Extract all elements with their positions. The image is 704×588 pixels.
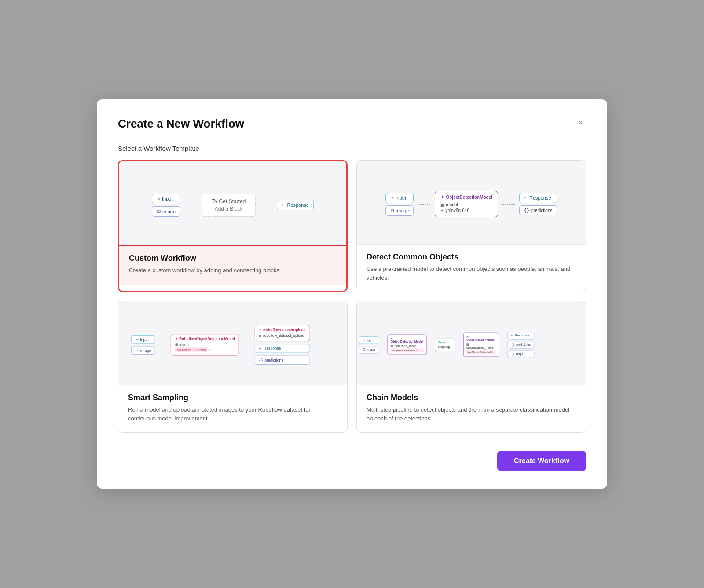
smart-input-group: ⇥ Input 🖼 image <box>131 335 155 355</box>
detect-image-icon: 🖼 <box>390 208 394 213</box>
detect-response-group: ⇤ Response {} predictions <box>519 193 557 215</box>
chain-star-icon1: ✦ <box>391 337 393 340</box>
response-icon: ⇤ <box>282 203 285 207</box>
detect-diagram: ⇥ Input 🖼 image ✦ Ob <box>385 191 557 217</box>
chain-image-node: 🖼 image <box>359 346 379 353</box>
object-detection-block: ✦ ObjectDetectionModel ▦ model ✦ yolov8n… <box>435 191 498 217</box>
crop-title: Crop <box>438 340 452 344</box>
card-info-chain: Chain Models Multi-step pipeline to dete… <box>357 385 586 432</box>
template-card-chain[interactable]: ⇥ Input 🖼 image ✦ Ob <box>356 301 586 433</box>
no-model-row: No Model Selected ✎ <box>175 347 235 352</box>
card-name-detect: Detect Common Objects <box>367 252 576 262</box>
template-card-custom[interactable]: ⇥ Input 🖼 image To Get Started Add a Bl <box>118 160 348 292</box>
modal-dialog: Create a New Workflow × Select a Workflo… <box>97 99 607 489</box>
roboflow-detect-block: ✦ RoboflowObjectDetectionModel ▦ model N… <box>171 334 239 355</box>
close-button[interactable]: × <box>575 117 586 128</box>
model-row: ▦ model <box>440 202 492 207</box>
image-icon: 🖼 <box>157 209 161 214</box>
chain-detect-model-row: ▦ detection_model <box>391 344 424 348</box>
input-icon: ⇥ <box>157 197 160 201</box>
card-info-smart: Smart Sampling Run a model and upload an… <box>118 385 347 432</box>
smart-image-node: 🖼 image <box>131 346 155 354</box>
template-card-smart[interactable]: ⇥ Input 🖼 image ✦ Ro <box>118 301 348 433</box>
chain-input-icon: ⇥ <box>362 339 365 342</box>
input-group: ⇥ Input 🖼 image <box>152 194 180 217</box>
card-diagram-custom: ⇥ Input 🖼 image To Get Started Add a Bl <box>119 161 346 245</box>
modal-overlay: Create a New Workflow × Select a Workflo… <box>0 0 704 588</box>
modal-header: Create a New Workflow × <box>118 117 586 131</box>
templates-grid: ⇥ Input 🖼 image To Get Started Add a Bl <box>118 160 586 433</box>
modal-footer: Create Workflow <box>118 447 586 471</box>
chain-input-node: ⇥ Input <box>359 336 379 344</box>
smart-braces-icon: {} <box>259 358 263 362</box>
card-info-custom: Custom Workflow Create a custom workflow… <box>119 245 346 285</box>
chain-classify-title: ✦ ClassificationModel <box>466 335 496 342</box>
chain-response-node: ⇤ Response <box>507 332 535 339</box>
image-node: 🖼 image <box>152 206 180 217</box>
chain-predictions-node: {} predictions <box>507 341 535 348</box>
card-desc-custom: Create a custom workflow by adding and c… <box>129 266 337 275</box>
chain-image-icon: 🖼 <box>362 348 365 351</box>
upload-field-icon: ▦ <box>259 334 262 337</box>
detect-input-group: ⇥ Input 🖼 image <box>385 193 414 216</box>
chain-crops-icon: {} <box>511 353 514 356</box>
model-field-row: ▦ model <box>175 343 235 347</box>
add-block-placeholder: To Get Started Add a Block <box>202 194 256 217</box>
chain-star-icon2: ✦ <box>466 335 469 338</box>
roboflow-star-icon: ✦ <box>175 337 178 341</box>
modal-title: Create a New Workflow <box>118 117 244 131</box>
smart-input-icon: ⇥ <box>136 337 139 341</box>
chain-diagram: ⇥ Input 🖼 image ✦ Ob <box>359 332 535 358</box>
card-info-detect: Detect Common Objects Use a pre-trained … <box>357 244 586 292</box>
braces-icon: {} <box>524 208 529 213</box>
chain-connector2 <box>429 345 433 345</box>
chain-crops-node: {} crops <box>507 350 535 358</box>
chain-connector3 <box>457 345 462 345</box>
chain-classify-block: ✦ ClassificationModel ▦ classification_m… <box>463 333 499 357</box>
card-diagram-chain: ⇥ Input 🖼 image ✦ Ob <box>357 301 586 385</box>
chain-input-group: ⇥ Input 🖼 image <box>359 336 379 353</box>
star-icon: ✦ <box>440 194 444 200</box>
smart-diagram: ⇥ Input 🖼 image ✦ Ro <box>131 325 310 365</box>
chain-edit-icon: ✎ <box>415 349 418 352</box>
detect-image-node: 🖼 image <box>385 205 414 216</box>
create-workflow-button[interactable]: Create Workflow <box>497 451 586 471</box>
connector1 <box>185 205 197 205</box>
smart-connector1 <box>158 345 169 345</box>
crop-block: Crop cropping <box>435 339 455 351</box>
smart-right-group: ✦ RoboflowDatasetUpload ▦ roboflow_datas… <box>255 325 310 365</box>
chain-no-model-row: No Model Selected ✎ <box>391 349 424 353</box>
chain-no-model-row2: No Model Selected ✎ <box>466 350 496 354</box>
card-desc-chain: Multi-step pipeline to detect objects an… <box>367 405 576 423</box>
model-field-icon: ▦ <box>175 343 178 347</box>
roboflow-detect-title: ✦ RoboflowObjectDetectionModel <box>175 337 235 341</box>
smart-response-icon: ⇤ <box>259 347 262 351</box>
upload-block: ✦ RoboflowDatasetUpload ▦ roboflow_datas… <box>255 325 310 341</box>
edit-icon: ✎ <box>209 348 211 351</box>
smart-input-node: ⇥ Input <box>131 335 155 344</box>
to-get-started-label: To Get Started <box>212 198 246 205</box>
card-name-smart: Smart Sampling <box>128 393 337 402</box>
card-desc-detect: Use a pre-trained model to detect common… <box>367 265 576 282</box>
chain-braces-icon: {} <box>511 343 514 346</box>
smart-image-icon: 🖼 <box>136 348 139 352</box>
cropping-row: cropping <box>438 345 452 348</box>
model-icon: ▦ <box>440 203 444 207</box>
card-desc-smart: Run a model and upload annotated images … <box>128 405 337 423</box>
chain-edit-icon2: ✎ <box>491 351 494 354</box>
card-name-custom: Custom Workflow <box>129 254 337 263</box>
yolo-icon: ✦ <box>440 208 444 213</box>
detect-connector1 <box>418 204 430 205</box>
detect-input-icon: ⇥ <box>390 196 394 200</box>
upload-field-row: ▦ roboflow_dataset_upload <box>259 333 305 338</box>
smart-connector2 <box>242 345 253 345</box>
yolov8-row: ✦ yolov8n-640 <box>440 208 492 213</box>
input-node: ⇥ Input <box>152 194 180 204</box>
template-card-detect[interactable]: ⇥ Input 🖼 image ✦ Ob <box>356 160 586 292</box>
chain-detect-block: ✦ ObjectDetectionModel ▦ detection_model… <box>388 335 427 355</box>
object-detection-title: ✦ ObjectDetectionModel <box>440 194 492 200</box>
detect-input-node: ⇥ Input <box>385 193 414 203</box>
detect-response-node: ⇤ Response <box>519 193 557 203</box>
section-label: Select a Workflow Template <box>118 145 586 152</box>
custom-diagram: ⇥ Input 🖼 image To Get Started Add a Bl <box>152 194 314 217</box>
